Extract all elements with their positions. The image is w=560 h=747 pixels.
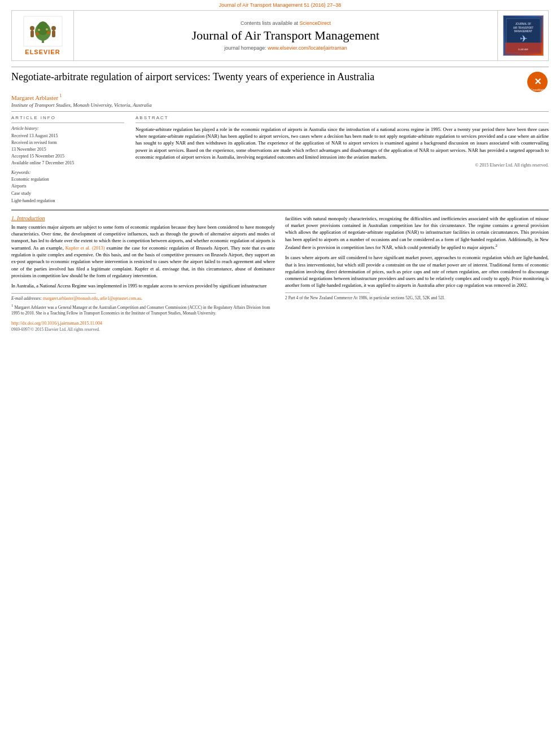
journal-title: Journal of Air Transport Management bbox=[192, 28, 379, 43]
doi-link[interactable]: http://dx.doi.org/10.1016/j.jairtraman.2… bbox=[11, 321, 102, 326]
copyright-line: © 2015 Elsevier Ltd. All rights reserved… bbox=[135, 163, 549, 168]
svg-point-6 bbox=[47, 31, 50, 34]
footnote-divider-left bbox=[11, 293, 96, 294]
body-para-3: facilities with natural monopoly charact… bbox=[285, 215, 549, 251]
history-item-2: Received in revised form bbox=[11, 139, 124, 146]
svg-point-11 bbox=[51, 26, 56, 30]
author-divider bbox=[11, 111, 549, 112]
svg-point-8 bbox=[46, 28, 48, 30]
history-item-5: Available online 7 December 2015 bbox=[11, 160, 124, 167]
author-affiliation: Institute of Transport Studies, Monash U… bbox=[11, 102, 549, 108]
author-name: Margaret Arblaster 1 bbox=[11, 93, 549, 101]
history-item-3: 13 November 2015 bbox=[11, 146, 124, 153]
article-title-container: Negotiate-arbitrate regulation of airpor… bbox=[11, 71, 526, 87]
footnote-divider-right bbox=[285, 292, 370, 293]
keyword-3: Case study bbox=[11, 190, 124, 198]
info-divider bbox=[11, 123, 124, 123]
footnote-email: E-mail addresses: margaret.arblaster@mon… bbox=[11, 296, 275, 302]
author-name-text: Margaret Arblaster bbox=[11, 94, 58, 101]
svg-rect-10 bbox=[30, 30, 34, 37]
svg-text:MANAGEMENT: MANAGEMENT bbox=[514, 30, 532, 33]
svg-point-9 bbox=[30, 26, 34, 30]
elsevier-logo: ELSEVIER bbox=[23, 16, 63, 55]
keyword-1: Economic regulation bbox=[11, 176, 124, 184]
sciencedirect-link[interactable]: ScienceDirect bbox=[300, 20, 331, 26]
body-divider bbox=[11, 209, 549, 211]
svg-text:AIR TRANSPORT: AIR TRANSPORT bbox=[513, 27, 533, 29]
journal-thumbnail-section: JOURNAL OF AIR TRANSPORT MANAGEMENT ✈ EL… bbox=[497, 11, 548, 60]
svg-point-5 bbox=[36, 32, 39, 36]
footnote-1: 1 Margaret Arblaster was a General Manag… bbox=[11, 303, 275, 317]
elsevier-tree-icon bbox=[23, 16, 63, 47]
journal-cover-image: JOURNAL OF AIR TRANSPORT MANAGEMENT ✈ EL… bbox=[503, 18, 544, 54]
svg-rect-12 bbox=[52, 30, 55, 37]
body-columns: 1. Introduction In many countries major … bbox=[11, 215, 549, 332]
journal-reference: Journal of Air Transport Management 51 (… bbox=[0, 0, 560, 9]
body-para-2: In Australia, a National Access Regime w… bbox=[11, 282, 275, 289]
journal-ref-text: Journal of Air Transport Management 51 (… bbox=[219, 2, 342, 8]
journal-title-section: Contents lists available at ScienceDirec… bbox=[74, 11, 497, 60]
author-sup: 1 bbox=[58, 93, 62, 98]
article-title-row: Negotiate-arbitrate regulation of airpor… bbox=[11, 71, 549, 93]
history-item-4: Accepted 15 November 2015 bbox=[11, 153, 124, 160]
keywords-label: Keywords: bbox=[11, 170, 124, 175]
svg-text:ELSEVIER: ELSEVIER bbox=[518, 49, 528, 51]
keyword-2: Airports bbox=[11, 183, 124, 190]
issn-line: 0969-6997/© 2015 Elsevier Ltd. All right… bbox=[11, 327, 275, 332]
footnote-2: 2 Part 4 of the New Zealand Commerce At … bbox=[285, 295, 549, 302]
email-link-1[interactable]: margaret.arblaster@monash.edu bbox=[43, 296, 98, 301]
section-1-heading: 1. Introduction bbox=[11, 215, 275, 221]
crossmark-badge: ✕ CrossMark bbox=[526, 71, 549, 93]
body-col-1: 1. Introduction In many countries major … bbox=[11, 215, 275, 332]
svg-text:CrossMark: CrossMark bbox=[531, 88, 545, 91]
body-para-1: In many countries major airports are sub… bbox=[11, 224, 275, 279]
article-info-title: ARTICLE INFO bbox=[11, 115, 124, 120]
abstract-box: ABSTRACT Negotiate-arbitrate regulation … bbox=[135, 115, 549, 205]
email-link-2[interactable]: arlie1@optusnet.com.au bbox=[100, 296, 141, 301]
body-col-2: facilities with natural monopoly charact… bbox=[285, 215, 549, 332]
crossmark-icon: ✕ CrossMark bbox=[526, 71, 549, 93]
keyword-4: Light-handed regulation bbox=[11, 198, 124, 205]
body-para-4: In cases where airports are still consid… bbox=[285, 254, 549, 289]
article-title: Negotiate-arbitrate regulation of airpor… bbox=[11, 71, 498, 84]
elsevier-logo-section: ELSEVIER bbox=[12, 11, 74, 60]
svg-text:✕: ✕ bbox=[534, 77, 541, 86]
header-divider bbox=[11, 67, 549, 67]
journal-header: ELSEVIER Contents lists available at Sci… bbox=[11, 10, 549, 61]
homepage-label: journal homepage: bbox=[224, 45, 266, 51]
article-content: Negotiate-arbitrate regulation of airpor… bbox=[11, 67, 549, 332]
abstract-text: Negotiate-arbitrate regulation has playe… bbox=[135, 126, 549, 161]
article-info-box: ARTICLE INFO Article history: Received 1… bbox=[11, 115, 124, 205]
history-item-1: Received 13 August 2015 bbox=[11, 133, 124, 139]
history-label: Article history: bbox=[11, 126, 124, 131]
abstract-title: ABSTRACT bbox=[135, 115, 549, 120]
journal-thumbnail: JOURNAL OF AIR TRANSPORT MANAGEMENT ✈ EL… bbox=[503, 15, 544, 56]
svg-text:JOURNAL OF: JOURNAL OF bbox=[515, 23, 531, 25]
svg-text:✈: ✈ bbox=[519, 34, 527, 43]
abstract-divider bbox=[135, 123, 549, 123]
sciencedirect-line: Contents lists available at ScienceDirec… bbox=[240, 20, 331, 26]
info-abstract-section: ARTICLE INFO Article history: Received 1… bbox=[11, 115, 549, 205]
kupfer-link[interactable]: Kupfer et al. (2013) bbox=[65, 245, 105, 251]
journal-homepage-line: journal homepage: www.elsevier.com/locat… bbox=[224, 45, 347, 51]
elsevier-wordmark: ELSEVIER bbox=[25, 49, 60, 55]
svg-point-7 bbox=[38, 29, 40, 31]
doi-section: http://dx.doi.org/10.1016/j.jairtraman.2… bbox=[11, 320, 275, 326]
sciencedirect-label: Contents lists available at bbox=[240, 20, 298, 26]
journal-homepage-link[interactable]: www.elsevier.com/locate/jairtraman bbox=[268, 45, 347, 51]
